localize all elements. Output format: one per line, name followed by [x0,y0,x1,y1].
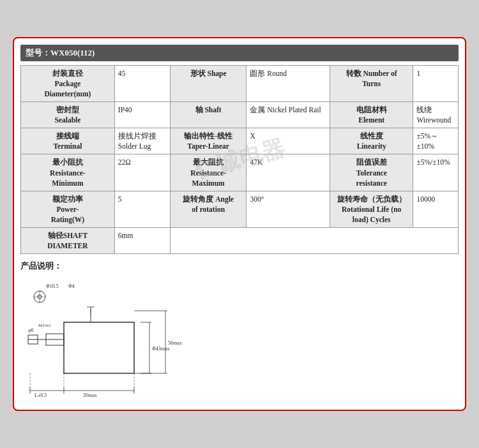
label-taper: 输出特性-线性Taper-Linear [170,128,247,154]
label-linearity: 线性度Linearity [330,128,413,154]
label-shaft: 轴 Shaft [170,102,247,128]
svg-text:Φ10.5: Φ10.5 [46,283,59,289]
svg-text:φ6: φ6 [28,327,34,333]
label-turns: 转数 Number ofTurns [330,65,413,101]
diagram-area: Φ10.5 Φ4 φ6 M10x1 [20,276,459,403]
product-card: 型号：WX050(112) 仁诚电器 封装直径PackageDiameter(m… [13,37,466,411]
model-header: 型号：WX050(112) [20,45,459,61]
label-res-max: 最大阻抗Resistance-Maximum [170,154,247,191]
value-shaft: 金属 Nickel Plated Rail [247,102,330,128]
svg-text:Φ43max: Φ43max [152,346,170,352]
table-row: 密封型Sealable IP40 轴 Shaft 金属 Nickel Plate… [21,102,459,128]
label-sealable: 密封型Sealable [21,102,115,128]
value-turns: 1 [413,65,459,101]
table-row: 接线端Terminal 接线片焊接 Solder Lug 输出特性-线性Tape… [21,128,459,154]
spec-table: 封装直径PackageDiameter(mm) 45 形状 Shape 圆形 R… [20,65,459,254]
svg-text:M10x1: M10x1 [38,323,52,328]
svg-text:Φ4: Φ4 [68,283,75,289]
value-res-min: 22Ω [114,154,170,191]
svg-text:26max: 26max [83,392,97,398]
value-power: 5 [114,191,170,227]
label-tolerance: 阻值误差Toleranceresistance [330,154,413,191]
product-desc-label: 产品说明： [20,260,459,272]
value-shaft-dia: 6mm [114,228,170,254]
value-res-max: 47K [247,154,330,191]
label-element: 电阻材料Element [330,102,413,128]
value-sealable: IP40 [114,102,170,128]
table-row: 封装直径PackageDiameter(mm) 45 形状 Shape 圆形 R… [21,65,459,101]
value-package-diameter: 45 [114,65,170,101]
table-row: 额定功率Power-Rating(W) 5 旋转角度 Angleof rotat… [21,191,459,227]
label-res-min: 最小阻抗Resistance-Minimum [21,154,115,191]
value-taper: X [247,128,330,154]
value-rotation: 300° [247,191,330,227]
value-linearity: ±5%～±10% [413,128,459,154]
label-shaft-dia: 轴径SHAFTDIAMETER [21,228,115,254]
svg-text:L±0.5: L±0.5 [34,392,47,398]
label-shape: 形状 Shape [170,65,247,101]
svg-rect-8 [64,322,134,373]
value-terminal: 接线片焊接 Solder Lug [114,128,170,154]
value-element: 线绕 Wirewound [413,102,459,128]
label-package-diameter: 封装直径PackageDiameter(mm) [21,65,115,101]
value-rotlife: 10000 [413,191,459,227]
svg-text:56max: 56max [168,340,182,346]
value-shape: 圆形 Round [247,65,330,101]
product-diagram: Φ10.5 Φ4 φ6 M10x1 [27,279,193,400]
label-terminal: 接线端Terminal [21,128,115,154]
label-rotation: 旋转角度 Angleof rotation [170,191,247,227]
label-power: 额定功率Power-Rating(W) [21,191,115,227]
table-row: 轴径SHAFTDIAMETER 6mm [21,228,459,254]
empty-cell [170,228,458,254]
value-tolerance: ±5%/±10% [413,154,459,191]
table-row: 最小阻抗Resistance-Minimum 22Ω 最大阻抗Resistanc… [21,154,459,191]
label-rotlife: 旋转寿命（无负载）Rotational Life (no load) Cycle… [330,191,413,227]
